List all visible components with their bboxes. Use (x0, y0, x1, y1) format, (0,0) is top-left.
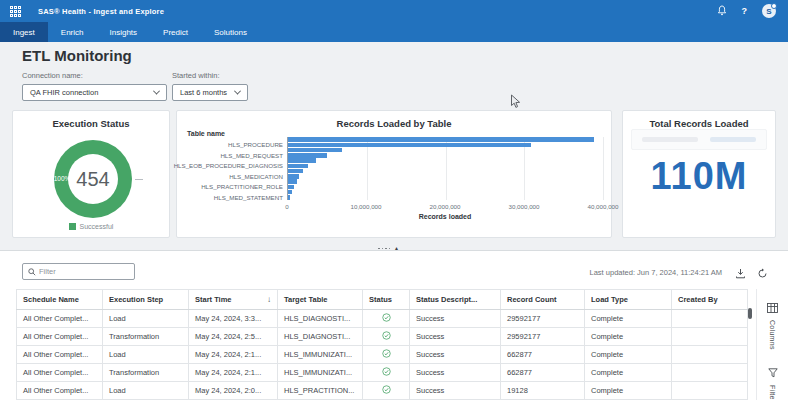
table-cell: 29592177 (501, 310, 585, 328)
nav-tab-insights[interactable]: Insights (96, 22, 150, 42)
table-cell: Success (410, 382, 501, 400)
column-header-target-table[interactable]: Target Table (278, 290, 363, 310)
table-scrollbar[interactable] (748, 308, 752, 400)
last-updated-text: Last updated: Jun 7, 2024, 11:24:21 AM (590, 268, 722, 277)
table-body: All Other Complet...LoadMay 24, 2024, 3:… (17, 310, 748, 400)
avatar[interactable]: S (762, 4, 776, 18)
table-cell: Success (410, 310, 501, 328)
bar-unlabeled[interactable] (288, 190, 292, 194)
columns-grid-icon (767, 299, 778, 317)
filter-input[interactable] (39, 267, 119, 276)
legend-swatch-successful (69, 223, 76, 230)
bar-unlabeled[interactable] (288, 137, 594, 141)
column-header-created-by[interactable]: Created By (672, 290, 748, 310)
table-cell: Success (410, 346, 501, 364)
started-within-control: Started within: Last 6 months (172, 71, 248, 101)
column-header-status[interactable]: Status (363, 290, 410, 310)
etl-results-table: Schedule NameExecution StepStart Time↓Ta… (16, 289, 748, 400)
status-cell (363, 310, 410, 328)
app-bar: SAS® Health - Ingest and Explore ? S (0, 0, 788, 22)
execution-status-title: Execution Status (13, 118, 169, 129)
column-header-record-count[interactable]: Record Count (501, 290, 585, 310)
table-cell: HLS_DIAGNOSTI... (278, 328, 363, 346)
success-check-icon (382, 331, 391, 340)
table-cell: All Other Complet... (17, 382, 103, 400)
bar-row (288, 195, 603, 200)
donut-leader-line (135, 179, 143, 180)
donut-percent-label: 100% (52, 175, 72, 182)
total-records-value: 110M (623, 155, 775, 198)
bar-unlabeled[interactable] (288, 169, 303, 173)
side-tab-label: Columns (769, 320, 776, 350)
bar-HLS_EOB_PROCEDURE_DIAGNOSIS[interactable] (288, 164, 308, 168)
bar-HLS_PRACTITIONER_ROLE[interactable] (288, 185, 294, 189)
table-section: Last updated: Jun 7, 2024, 11:24:21 AM S… (0, 250, 788, 400)
filter-funnel-icon (768, 364, 778, 382)
table-cell (672, 310, 748, 328)
x-axis-ticks: 010,000,00020,000,00030,000,00040,000,00… (287, 203, 603, 211)
table-cell: 29592177 (501, 328, 585, 346)
success-check-icon (382, 367, 391, 376)
column-header-execution-step[interactable]: Execution Step (103, 290, 189, 310)
bar-chart: HLS_PROCEDUREHLS_MED_REQUESTHLS_EOB_PROC… (177, 137, 603, 200)
nav-tab-ingest[interactable]: Ingest (0, 22, 48, 42)
side-tab-columns[interactable]: Columns (767, 299, 778, 350)
bar-unlabeled[interactable] (288, 158, 316, 162)
table-cell: Transformation (103, 328, 189, 346)
bar-HLS_MED_STATEMENT[interactable] (288, 195, 290, 199)
bar-HLS_PROCEDURE[interactable] (288, 143, 531, 147)
refresh-icon[interactable] (757, 265, 768, 283)
table-row[interactable]: All Other Complet...TransformationMay 24… (17, 364, 748, 382)
table-cell: HLS_IMMUNIZATI... (278, 364, 363, 382)
table-cell: All Other Complet... (17, 346, 103, 364)
column-header-status-descript[interactable]: Status Descript... (410, 290, 501, 310)
column-header-start-time[interactable]: Start Time↓ (189, 290, 278, 310)
table-cell: Success (410, 328, 501, 346)
connection-name-select[interactable]: QA FHIR connection (22, 84, 167, 101)
table-cell: May 24, 2024, 3:3... (189, 310, 278, 328)
table-row[interactable]: All Other Complet...TransformationMay 24… (17, 328, 748, 346)
column-header-load-type[interactable]: Load Type (585, 290, 672, 310)
bar-unlabeled[interactable] (288, 148, 342, 152)
filter-box (22, 263, 135, 280)
success-check-icon (382, 349, 391, 358)
started-within-select[interactable]: Last 6 months (172, 84, 248, 101)
nav-tab-solutions[interactable]: Solutions (201, 22, 260, 42)
page-title: ETL Monitoring (22, 47, 132, 64)
help-icon[interactable]: ? (742, 6, 748, 16)
side-tab-filters[interactable]: Filters (768, 364, 778, 400)
started-within-label: Started within: (172, 71, 248, 80)
nav-tab-predict[interactable]: Predict (150, 22, 201, 42)
table-cell: May 24, 2024, 2:1... (189, 364, 278, 382)
table-cell: HLS_DIAGNOSTI... (278, 310, 363, 328)
bar-plot-area[interactable] (287, 137, 603, 200)
nav-tab-enrich[interactable]: Enrich (48, 22, 97, 42)
splitter-handle[interactable]: ▲ (378, 246, 399, 251)
bar-HLS_MED_REQUEST[interactable] (288, 153, 327, 157)
bar-HLS_MEDICATION[interactable] (288, 174, 299, 178)
donut-center-value: 454 (76, 168, 109, 191)
download-icon[interactable] (735, 265, 746, 283)
y-axis-title: Table name (187, 130, 225, 137)
bar-unlabeled[interactable] (288, 179, 297, 183)
table-cell: May 24, 2024, 2:5... (189, 328, 278, 346)
notifications-bell-icon[interactable] (717, 2, 727, 20)
app-switcher-icon[interactable] (10, 6, 21, 17)
status-cell (363, 382, 410, 400)
table-cell (672, 346, 748, 364)
table-row[interactable]: All Other Complet...LoadMay 24, 2024, 3:… (17, 310, 748, 328)
scrollbar-thumb[interactable] (748, 308, 752, 319)
fading-tooltip (631, 129, 767, 150)
chevron-down-icon (234, 88, 241, 95)
table-row[interactable]: All Other Complet...LoadMay 24, 2024, 2:… (17, 346, 748, 364)
connection-control: Connection name: QA FHIR connection (22, 71, 167, 101)
success-check-icon (382, 385, 391, 394)
tooltip-faded-value (710, 137, 756, 142)
table-row[interactable]: All Other Complet...LoadMay 24, 2024, 2:… (17, 382, 748, 400)
table-cell: Success (410, 364, 501, 382)
sort-descending-icon[interactable]: ↓ (267, 295, 271, 304)
column-header-schedule-name[interactable]: Schedule Name (17, 290, 103, 310)
connection-name-label: Connection name: (22, 71, 167, 80)
table-header-row: Schedule NameExecution StepStart Time↓Ta… (17, 290, 748, 310)
x-tick-label: 10,000,000 (351, 203, 382, 210)
